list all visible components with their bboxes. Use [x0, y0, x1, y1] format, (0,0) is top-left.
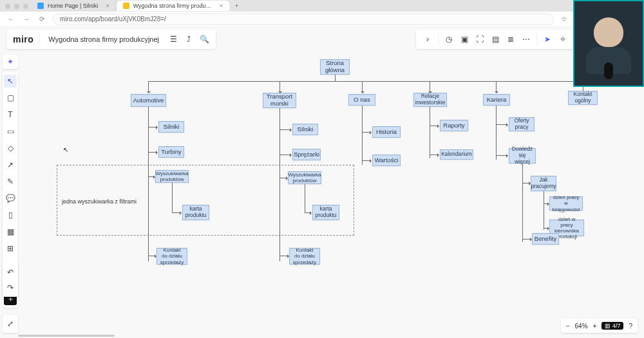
connector-tool[interactable]: ↗: [4, 158, 17, 171]
close-icon[interactable]: ×: [106, 3, 109, 9]
url-text: miro.com/app/board/uXjVK0BmJ28=/: [60, 15, 166, 23]
connector: [544, 191, 544, 230]
separator: [536, 33, 537, 45]
pen-tool[interactable]: ✎: [4, 175, 17, 188]
frame-tool[interactable]: ▯: [4, 209, 17, 221]
sticky-jak[interactable]: Jak pracujemy: [531, 176, 556, 191]
separator: [39, 33, 39, 45]
board-name[interactable]: Wygodna strona firmy produkcyjnej: [48, 35, 159, 43]
forward-button[interactable]: →: [22, 15, 31, 23]
cursor-icon[interactable]: ➤: [542, 35, 553, 44]
url-input[interactable]: miro.com/app/board/uXjVK0BmJ28=/: [53, 14, 554, 25]
templates-button[interactable]: ✦: [3, 55, 18, 69]
connector: [430, 155, 439, 155]
scrollbar-horizontal[interactable]: [18, 335, 115, 337]
select-tool[interactable]: ↖: [4, 75, 17, 88]
sticky-auto-silniki[interactable]: Silniki: [158, 121, 184, 133]
frames-badge[interactable]: ▥ 4/7: [601, 322, 623, 330]
sticky-auto-turbiny[interactable]: Turbiny: [158, 146, 184, 158]
close-icon[interactable]: ×: [220, 3, 223, 9]
back-button[interactable]: ←: [6, 15, 15, 23]
sticky-raporty[interactable]: Raporty: [440, 120, 468, 131]
browser-tab[interactable]: Home Page | Silniki ×: [31, 1, 117, 11]
connector: [496, 155, 507, 156]
zoom-in-button[interactable]: +: [593, 323, 597, 330]
browser-addressbar: ← → ⟳ miro.com/app/board/uXjVK0BmJ28=/ ☆…: [0, 12, 644, 27]
sticky-onas[interactable]: O nas: [348, 94, 375, 106]
sticky-oferty[interactable]: Oferty pracy: [509, 117, 535, 131]
sticky-historia[interactable]: Historia: [372, 126, 401, 138]
sticky-kariera[interactable]: Kariera: [483, 94, 510, 106]
text-tool[interactable]: T: [4, 108, 17, 121]
sticky-relacje[interactable]: Relacje inwestorskie: [413, 93, 447, 107]
node-text: dzień pracy w księgowości: [552, 194, 580, 212]
sticky-wartosci[interactable]: Wartości: [372, 155, 401, 166]
browser-tab[interactable]: Wygodna strona firmy produ… ×: [117, 1, 230, 11]
zoom-out-button[interactable]: −: [566, 323, 570, 330]
list-icon[interactable]: ≣: [506, 35, 516, 44]
sticky-kalendarium[interactable]: Kalendarium: [440, 149, 473, 160]
mac-close-dot[interactable]: [5, 4, 10, 9]
sticky-auto-contact[interactable]: Kontakt do działu sprzedaży: [156, 248, 187, 265]
search-icon[interactable]: 🔍: [199, 35, 209, 44]
zoom-percent[interactable]: 64%: [575, 323, 588, 330]
connector: [279, 81, 280, 93]
miro-canvas[interactable]: Strona główna Automotive Transport morsk…: [0, 27, 644, 338]
sticky-automotive[interactable]: Automotive: [131, 94, 166, 107]
selection-label: jedna wyszukiwarka z filtrami: [62, 198, 137, 205]
export-icon[interactable]: ⤴: [184, 35, 194, 44]
notes-icon[interactable]: ▤: [490, 35, 500, 44]
present-icon[interactable]: ▣: [459, 35, 469, 44]
favicon-icon: [123, 3, 129, 9]
connector: [522, 239, 531, 239]
help-icon[interactable]: ?: [629, 323, 632, 330]
sticky-root[interactable]: Strona główna: [320, 59, 350, 75]
node-text: Turbiny: [161, 149, 181, 156]
new-tab-button[interactable]: +: [230, 3, 243, 9]
grid-tool[interactable]: ▦: [4, 225, 17, 238]
connector: [362, 106, 363, 165]
node-text: Sprężarki: [294, 151, 319, 158]
table-tool[interactable]: ⊞: [4, 242, 17, 255]
menu-icon[interactable]: ☰: [168, 35, 178, 44]
mac-min-dot[interactable]: [14, 4, 19, 9]
reload-button[interactable]: ⟳: [37, 15, 46, 23]
miro-logo[interactable]: miro: [13, 34, 33, 44]
sticky-kontakt[interactable]: Kontakt ogólny: [568, 91, 598, 105]
node-text: Benefity: [535, 236, 556, 243]
connector: [148, 256, 156, 256]
mic-icon: [604, 62, 613, 79]
timer-icon[interactable]: ◷: [444, 35, 454, 44]
mac-max-dot[interactable]: [23, 4, 28, 9]
node-text: Jak pracujemy: [531, 177, 556, 190]
fit-icon[interactable]: ⤢: [4, 317, 17, 330]
connector: [430, 126, 439, 126]
sticky-dzien-ks[interactable]: dzień pracy w księgowości: [549, 196, 583, 211]
more-icon[interactable]: ⋯: [521, 35, 531, 44]
chevron-right-icon[interactable]: ›: [422, 35, 433, 44]
redo-button[interactable]: ↷: [4, 281, 17, 294]
connector: [148, 81, 149, 93]
reactions-icon[interactable]: ✧: [558, 35, 568, 44]
star-icon[interactable]: ☆: [561, 15, 567, 23]
sticky-dowiedz[interactable]: Dowiedz się więcej: [509, 148, 536, 164]
sticky-tr-spr[interactable]: Sprężarki: [292, 149, 321, 160]
connector: [430, 107, 430, 158]
sticky-tr-silniki[interactable]: Silniki: [292, 124, 318, 135]
connector: [544, 203, 549, 204]
node-text: Strona główna: [323, 60, 346, 74]
sticky-tr-contact[interactable]: Kontakt do działu sprzedaży: [289, 248, 320, 265]
sticky-tool[interactable]: ▭: [4, 125, 17, 138]
sticky-transport[interactable]: Transport morski: [263, 93, 296, 108]
comment-tool[interactable]: 💬: [4, 192, 17, 205]
undo-button[interactable]: ↶: [4, 266, 17, 279]
templates-tool[interactable]: ▢: [4, 91, 17, 104]
node-text: jedna wyszukiwarka z filtrami: [62, 198, 137, 205]
node-text: Silniki: [298, 126, 314, 133]
connector: [544, 228, 549, 229]
frame-icon[interactable]: ⛶: [475, 35, 485, 44]
shape-tool[interactable]: ◇: [4, 142, 17, 155]
mac-window-controls[interactable]: [5, 4, 28, 9]
connector: [496, 81, 497, 93]
sticky-benefity[interactable]: Benefity: [532, 233, 559, 245]
